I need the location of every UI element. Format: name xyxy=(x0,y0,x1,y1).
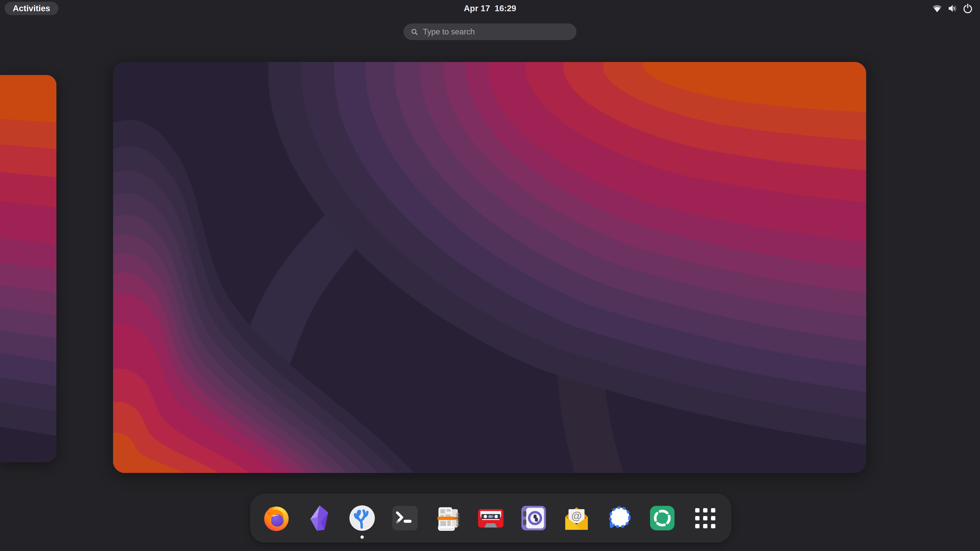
obsidian-icon xyxy=(304,503,334,533)
coral-icon xyxy=(347,503,377,533)
app-grid-icon xyxy=(695,508,715,528)
dock-item-signal[interactable] xyxy=(605,503,635,533)
running-indicator-dot xyxy=(361,535,364,539)
dock-item-news[interactable]: NEWS xyxy=(433,503,463,533)
show-apps-button[interactable] xyxy=(690,503,720,533)
dock-item-mail[interactable]: @ xyxy=(562,503,592,533)
clock-date-time[interactable]: Apr 17 16:29 xyxy=(464,0,516,17)
terminal-icon xyxy=(390,503,420,533)
mail-icon: @ xyxy=(562,503,592,533)
gnome-activities-overview: { "top_bar": { "activities_label": "Acti… xyxy=(0,0,980,551)
power-icon[interactable] xyxy=(962,3,974,14)
dock-item-sync[interactable] xyxy=(647,503,677,533)
dock-item-firefox[interactable] xyxy=(261,503,291,533)
system-status-area[interactable] xyxy=(932,0,974,17)
search-input[interactable] xyxy=(423,27,573,37)
top-bar: Activities Apr 17 16:29 xyxy=(0,0,980,17)
wallpaper-main xyxy=(113,62,866,473)
dock-item-safe[interactable] xyxy=(519,503,549,533)
dock-item-terminal[interactable] xyxy=(390,503,420,533)
dock-item-cassette[interactable] xyxy=(476,503,506,533)
search-icon xyxy=(410,28,418,36)
svg-text:@: @ xyxy=(571,510,582,522)
firefox-icon xyxy=(261,503,291,533)
svg-text:NEWS: NEWS xyxy=(455,513,460,527)
dock-item-coral[interactable] xyxy=(347,503,377,533)
volume-icon[interactable] xyxy=(947,3,958,14)
safe-icon xyxy=(519,503,549,533)
activities-button[interactable]: Activities xyxy=(5,2,59,15)
signal-icon xyxy=(605,503,635,533)
news-icon: NEWS xyxy=(433,503,463,533)
wallpaper-left xyxy=(0,75,56,462)
cassette-icon xyxy=(476,503,506,533)
search-bar[interactable] xyxy=(404,24,576,40)
dock-item-obsidian[interactable] xyxy=(304,503,334,533)
dash-dock: NEWS xyxy=(250,494,732,543)
workspace-preview-left-partial[interactable] xyxy=(0,75,56,462)
sync-icon xyxy=(647,503,677,533)
wifi-icon[interactable] xyxy=(932,3,943,14)
workspace-preview-active[interactable] xyxy=(113,62,866,473)
